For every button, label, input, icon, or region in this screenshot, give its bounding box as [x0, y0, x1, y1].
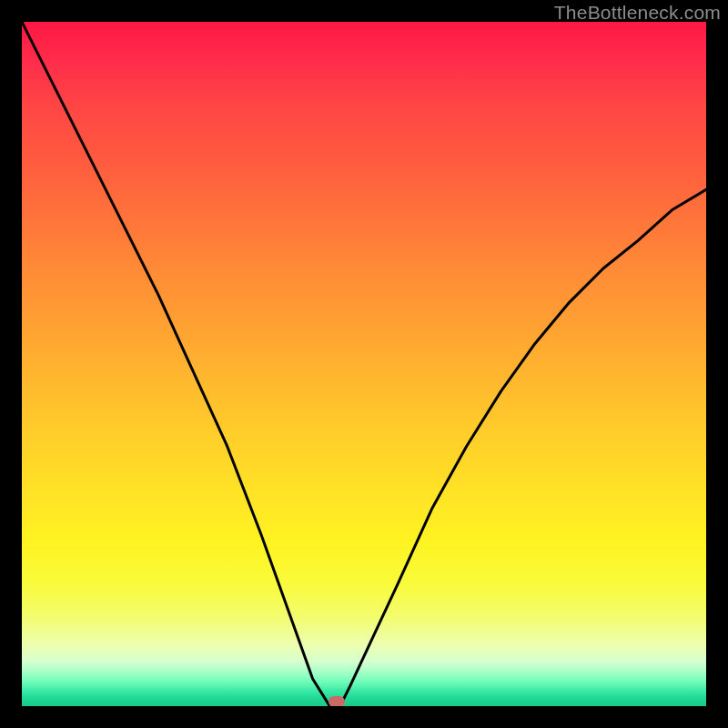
plot-area	[22, 22, 706, 706]
watermark-text: TheBottleneck.com	[554, 2, 721, 24]
optimal-marker-icon	[329, 696, 345, 706]
bottleneck-curve	[22, 22, 706, 706]
chart-frame: TheBottleneck.com	[0, 0, 728, 728]
